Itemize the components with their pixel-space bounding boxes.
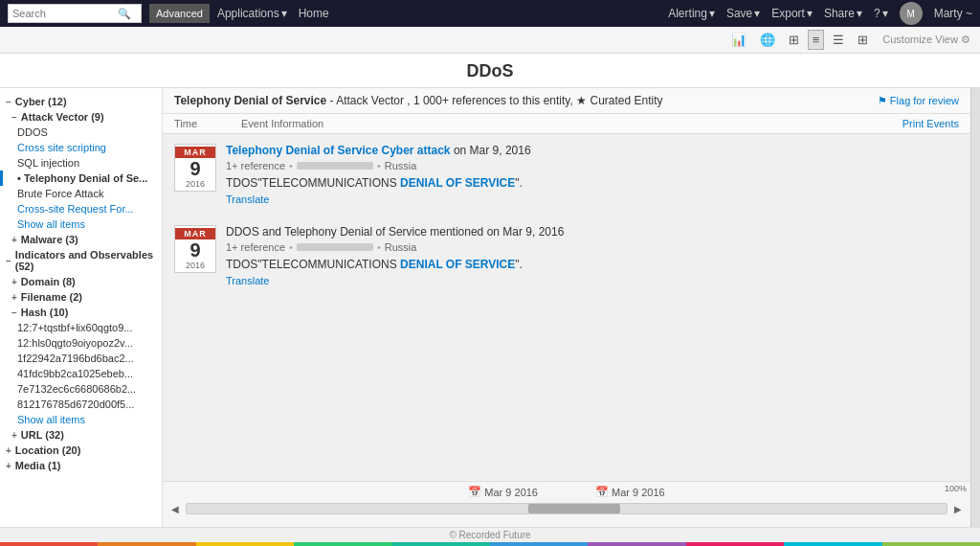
event-title-link-1[interactable]: DDOS and Telephony Denial of Service men… bbox=[226, 225, 483, 239]
hash-item-0[interactable]: 12:7+tqstbf+lix60qgto9... bbox=[0, 320, 162, 335]
hash-item-1[interactable]: 12:hls0qgto9oiyopoz2v... bbox=[0, 335, 162, 351]
cyber-header[interactable]: − Cyber (12) bbox=[0, 94, 162, 109]
timeline-scrollbar[interactable] bbox=[186, 503, 947, 514]
expand-icon: + bbox=[11, 235, 17, 245]
entity-info: Telephony Denial of Service - Attack Vec… bbox=[174, 94, 663, 107]
color-seg-2 bbox=[196, 542, 294, 546]
user-menu[interactable]: Marty ~ bbox=[934, 7, 972, 20]
event-text-prefix-1: TDOS"TELECOMMUNICATIONS bbox=[226, 258, 400, 271]
alerting-menu[interactable]: Alerting ▾ bbox=[668, 7, 715, 20]
attack-vector-header[interactable]: − Attack Vector (9) bbox=[0, 109, 162, 125]
hash-item-5[interactable]: 812176785d6720d00f5... bbox=[0, 397, 162, 412]
event-text-0: TDOS"TELECOMMUNICATIONS DENIAL OF SERVIC… bbox=[226, 176, 959, 190]
dot-0: • bbox=[289, 160, 293, 171]
timeline-scroll-row: ◀ ▶ bbox=[163, 500, 970, 517]
expand-icon: + bbox=[11, 277, 17, 287]
table-view-button[interactable]: ⊞ bbox=[853, 30, 873, 50]
advanced-button[interactable]: Advanced bbox=[149, 4, 210, 23]
events-table-header: Time Event Information Print Events bbox=[163, 114, 970, 134]
event-location-1: Russia bbox=[385, 241, 417, 253]
sidebar-item-ddos[interactable]: DDOS bbox=[0, 125, 162, 140]
flag-review-button[interactable]: ⚑ Flag for review bbox=[878, 95, 959, 107]
show-all-attack-vectors[interactable]: Show all items bbox=[0, 216, 162, 232]
color-seg-9 bbox=[882, 542, 980, 546]
filename-header[interactable]: + Filename (2) bbox=[0, 289, 162, 305]
sidebar-item-sql[interactable]: SQL injection bbox=[0, 155, 162, 171]
event-item: MAR 9 2016 Telephony Denial of Service C… bbox=[163, 134, 970, 216]
events-list: MAR 9 2016 Telephony Denial of Service C… bbox=[163, 134, 970, 481]
indicators-header[interactable]: − Indicators and Observables (52) bbox=[0, 247, 162, 274]
timeline-date-2[interactable]: 📅 Mar 9 2016 bbox=[595, 486, 665, 498]
event-title-0: Telephony Denial of Service Cyber attack… bbox=[226, 144, 959, 157]
list-icon: ≡ bbox=[813, 33, 820, 47]
domain-header[interactable]: + Domain (8) bbox=[0, 274, 162, 289]
grid-icon: ⊞ bbox=[789, 33, 799, 47]
cyber-section: − Cyber (12) − Attack Vector (9) DDOS Cr… bbox=[0, 94, 162, 247]
table-icon: ⊞ bbox=[858, 33, 868, 47]
event-title-link-0[interactable]: Telephony Denial of Service Cyber attack bbox=[226, 144, 451, 157]
customize-view-button[interactable]: Customize View ⚙ bbox=[882, 34, 970, 46]
footer: © Recorded Future bbox=[0, 527, 980, 542]
applications-menu[interactable]: Applications ▾ bbox=[217, 7, 287, 20]
list-view-button[interactable]: ≡ bbox=[808, 30, 825, 50]
right-scrollbar[interactable] bbox=[970, 88, 980, 527]
event-date-box-1: MAR 9 2016 bbox=[174, 225, 216, 273]
event-text-highlight-1: DENIAL OF SERVICE bbox=[400, 258, 515, 271]
page-title: DDoS bbox=[0, 54, 980, 88]
chevron-down-icon: ▾ bbox=[857, 7, 862, 20]
timeline-right-arrow[interactable]: ▶ bbox=[949, 500, 967, 517]
timeline-thumb bbox=[528, 504, 619, 513]
search-button[interactable]: 🔍 bbox=[118, 8, 131, 20]
event-body-1: DDOS and Telephony Denial of Service men… bbox=[226, 225, 959, 286]
info-column-header: Event Information bbox=[241, 118, 902, 129]
timeline-left-arrow[interactable]: ◀ bbox=[167, 500, 184, 517]
event-item: MAR 9 2016 DDOS and Telephony Denial of … bbox=[163, 216, 970, 297]
dot-3: • bbox=[377, 241, 381, 253]
compact-view-button[interactable]: ☰ bbox=[828, 30, 849, 50]
main-layout: − Cyber (12) − Attack Vector (9) DDOS Cr… bbox=[0, 88, 980, 527]
print-events-button[interactable]: Print Events bbox=[902, 118, 959, 129]
sidebar-item-telephony[interactable]: • Telephony Denial of Se... bbox=[0, 171, 162, 186]
expand-icon: + bbox=[11, 292, 17, 303]
hash-item-4[interactable]: 7e7132ec6c6680686b2... bbox=[0, 381, 162, 397]
timeline-date-1[interactable]: 📅 Mar 9 2016 bbox=[468, 486, 538, 498]
location-header[interactable]: + Location (20) bbox=[0, 443, 162, 458]
collapse-icon: − bbox=[11, 307, 17, 318]
event-year-0: 2016 bbox=[186, 179, 205, 189]
url-header[interactable]: + URL (32) bbox=[0, 427, 162, 443]
expand-icon: + bbox=[6, 445, 11, 456]
hash-item-2[interactable]: 1f22942a7196bd6bac2... bbox=[0, 351, 162, 366]
grid-view-button[interactable]: ⊞ bbox=[784, 30, 804, 50]
entity-name: Telephony Denial of Service bbox=[174, 94, 326, 107]
event-month-0: MAR bbox=[175, 147, 215, 158]
translate-button-1[interactable]: Translate bbox=[226, 275, 959, 286]
malware-header[interactable]: + Malware (3) bbox=[0, 232, 162, 247]
media-section: + Media (1) bbox=[0, 458, 162, 473]
nav-links: Applications ▾ Home bbox=[217, 7, 660, 20]
globe-view-button[interactable]: 🌐 bbox=[755, 30, 780, 50]
hash-item-3[interactable]: 41fdc9bb2ca1025ebeb... bbox=[0, 366, 162, 381]
event-day-0: 9 bbox=[189, 158, 200, 179]
show-all-hashes[interactable]: Show all items bbox=[0, 412, 162, 427]
home-link[interactable]: Home bbox=[299, 7, 329, 20]
sidebar-item-csrf[interactable]: Cross-site Request For... bbox=[0, 201, 162, 216]
event-title-on-1: on bbox=[487, 225, 503, 239]
nav-right: Alerting ▾ Save ▾ Export ▾ Share ▾ ? ▾ M… bbox=[668, 2, 972, 25]
search-input[interactable] bbox=[12, 8, 118, 19]
sidebar-item-xss[interactable]: Cross site scripting bbox=[0, 140, 162, 155]
help-menu[interactable]: ? ▾ bbox=[874, 7, 888, 20]
chart-view-button[interactable]: 📊 bbox=[726, 30, 751, 50]
share-menu[interactable]: Share ▾ bbox=[824, 7, 862, 20]
top-navigation: 🔍 Advanced Applications ▾ Home Alerting … bbox=[0, 0, 980, 27]
sidebar-item-brute[interactable]: Brute Force Attack bbox=[0, 186, 162, 201]
media-header[interactable]: + Media (1) bbox=[0, 458, 162, 473]
event-title-date-1: Mar 9, 2016 bbox=[502, 225, 564, 239]
calendar-icon: 📅 bbox=[595, 486, 609, 498]
hash-header[interactable]: − Hash (10) bbox=[0, 305, 162, 320]
event-text-prefix-0: TDOS"TELECOMMUNICATIONS bbox=[226, 176, 400, 190]
translate-button-0[interactable]: Translate bbox=[226, 193, 959, 205]
percent-label: 100% bbox=[945, 484, 967, 493]
event-title-on-0: on bbox=[454, 144, 470, 157]
export-menu[interactable]: Export ▾ bbox=[771, 7, 813, 20]
save-menu[interactable]: Save ▾ bbox=[726, 7, 760, 20]
